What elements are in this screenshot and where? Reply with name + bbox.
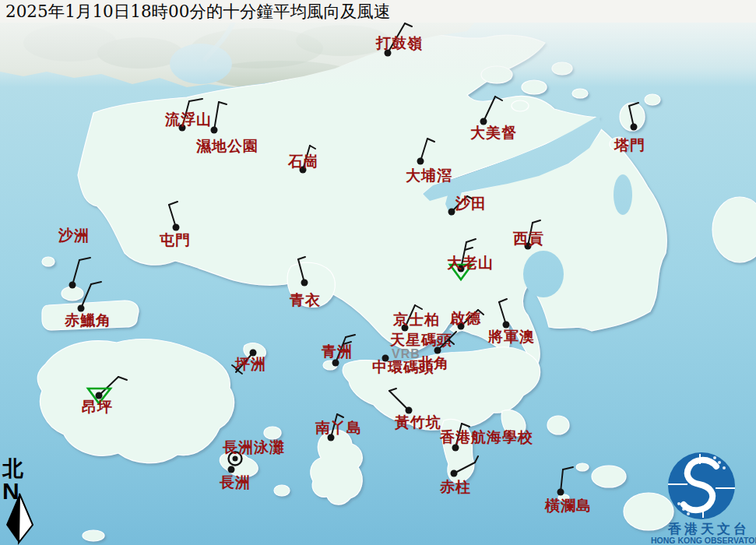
station-label: 啟德 xyxy=(449,309,481,326)
ne-islet-5 xyxy=(572,89,588,98)
station-label: 石崗 xyxy=(287,153,319,170)
station-label: 流浮山 xyxy=(164,111,212,128)
po-toi-islet-4 xyxy=(576,463,589,471)
hong-kong-wind-map: 打鼓嶺流浮山濕地公園石崗大美督塔門大埔滘沙田西貢大老山屯門沙洲赤鱲角青衣青洲京士… xyxy=(0,0,756,545)
station-label: 大老山 xyxy=(447,254,494,271)
station-dot xyxy=(173,224,180,231)
station-label: 京士柏 xyxy=(392,311,440,328)
station-dot xyxy=(434,347,441,354)
station-dot xyxy=(417,158,424,165)
shek-kwu-chau-islet xyxy=(274,485,290,496)
station-label: 坪洲 xyxy=(234,355,266,372)
port-shelter-bay xyxy=(523,251,564,297)
station-dot xyxy=(448,209,455,216)
compass-n-label: N xyxy=(2,478,19,504)
station-label: 西貢 xyxy=(512,230,544,247)
hko-name-english: HONG KONG OBSERVATORY xyxy=(651,536,756,545)
tung-lung-islet xyxy=(547,416,569,434)
station-label: 濕地公園 xyxy=(195,137,258,154)
hko-name-chinese: 香港天文台 xyxy=(667,521,750,536)
station-label: 大埔滘 xyxy=(406,167,452,184)
station-dot xyxy=(211,127,218,134)
station-label: 大美督 xyxy=(470,124,517,141)
station-dot xyxy=(557,489,564,496)
soko-islet xyxy=(83,530,104,541)
station-label: 赤柱 xyxy=(439,478,471,495)
station-label: 橫瀾島 xyxy=(544,497,592,514)
station-label: 黃竹坑 xyxy=(394,413,441,431)
haze-overlay xyxy=(0,22,756,87)
station-label: 屯門 xyxy=(159,231,191,248)
wind-map-screen: 2025年1月10日18時00分的十分鐘平均風向及風速 xyxy=(0,0,756,545)
station-label: 香港航海學校 xyxy=(439,428,533,445)
hei-ling-chau-islet xyxy=(264,427,281,439)
station-label: 塔門 xyxy=(614,136,645,153)
station-label: 沙洲 xyxy=(58,227,90,244)
mainland-china xyxy=(0,22,756,89)
station-label: 北角 xyxy=(417,354,449,371)
compass-hanzi-label: 北 xyxy=(2,456,23,480)
station-label: 青洲 xyxy=(321,343,353,360)
station-dot xyxy=(228,466,235,473)
po-toi-islet-2 xyxy=(624,493,673,530)
station-dot xyxy=(301,280,308,287)
station-dot xyxy=(451,470,458,477)
map-title: 2025年1月10日18時00分的十分鐘平均風向及風速 xyxy=(0,0,756,23)
station-label: 長洲 xyxy=(219,473,251,490)
station-label: 青衣 xyxy=(289,291,321,308)
station-dot xyxy=(631,124,638,131)
tap-mun-islet-2 xyxy=(645,94,660,105)
po-toi-islet-1 xyxy=(592,466,626,487)
station-label: 南丫島 xyxy=(315,419,362,436)
station-label: 沙田 xyxy=(455,195,487,212)
station-label: 昂坪 xyxy=(82,398,113,415)
station-dot xyxy=(69,282,76,289)
lung-kwu-chau-islet xyxy=(42,257,55,266)
station-label: 打鼓嶺 xyxy=(375,34,423,51)
ne-islet-4 xyxy=(512,100,529,111)
long-harbour-inlet xyxy=(614,174,632,215)
station-dot xyxy=(332,360,339,367)
sha-chau-islet xyxy=(62,287,83,301)
station-label: 將軍澳 xyxy=(487,328,535,345)
station-label: 長洲泳灘 xyxy=(222,438,285,455)
station-label: 赤鱲角 xyxy=(64,311,111,329)
calm-wind-dot xyxy=(233,456,238,462)
